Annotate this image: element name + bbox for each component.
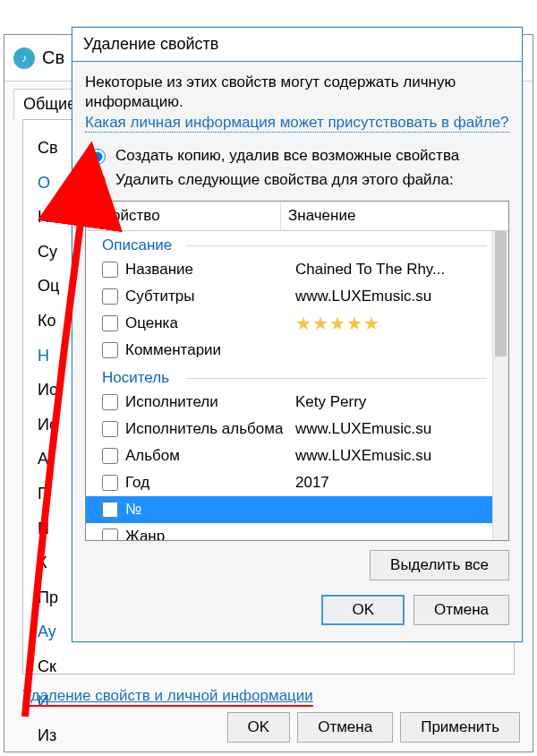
property-row[interactable]: НазваниеChained To The Rhy... bbox=[86, 256, 508, 283]
property-row[interactable]: Субтитрыwww.LUXEmusic.su bbox=[86, 283, 508, 310]
property-value: Kety Perry bbox=[295, 393, 501, 411]
property-row[interactable]: Жанр bbox=[86, 523, 508, 540]
property-name: Исполнители bbox=[125, 393, 295, 411]
property-value: www.LUXEmusic.su bbox=[295, 288, 501, 305]
property-name: Комментарии bbox=[125, 341, 295, 359]
list-scroll-area[interactable]: ОписаниеНазваниеChained To The Rhy...Суб… bbox=[86, 231, 508, 540]
property-checkbox[interactable] bbox=[102, 342, 118, 358]
property-row[interactable]: Год2017 bbox=[86, 469, 508, 496]
property-row[interactable]: Альбомwww.LUXEmusic.su bbox=[86, 442, 508, 469]
back-ok-button[interactable]: OK bbox=[227, 712, 291, 743]
property-value: Chained To The Rhy... bbox=[295, 261, 501, 279]
property-checkbox[interactable] bbox=[102, 448, 118, 464]
radio-remove-props-label[interactable]: Удалить следующие свойства для этого фай… bbox=[115, 171, 454, 189]
info-link[interactable]: Какая личная информация может присутство… bbox=[85, 114, 509, 133]
property-value: www.LUXEmusic.su bbox=[295, 420, 501, 438]
music-file-icon: ♪ bbox=[13, 47, 35, 69]
remove-properties-dialog: Удаление свойств Некоторые из этих свойс… bbox=[72, 27, 523, 642]
select-all-button[interactable]: Выделить все bbox=[370, 550, 509, 580]
property-checkbox[interactable] bbox=[102, 421, 118, 437]
property-row[interactable]: № bbox=[86, 496, 508, 523]
intro-text: Некоторые из этих свойств могут содержат… bbox=[85, 73, 509, 112]
property-name: № bbox=[125, 501, 295, 519]
property-name: Альбом bbox=[125, 447, 295, 465]
property-checkbox[interactable] bbox=[102, 528, 118, 540]
property-value: 2017 bbox=[295, 474, 501, 492]
front-button-row: OK Отмена bbox=[85, 595, 509, 625]
property-row[interactable]: Исполнитель альбомаwww.LUXEmusic.su bbox=[86, 416, 508, 442]
property-name: Название bbox=[125, 261, 295, 279]
remove-properties-link[interactable]: Удаление свойств и личной информации bbox=[22, 687, 313, 704]
scrollbar[interactable] bbox=[492, 231, 508, 540]
property-name: Оценка bbox=[125, 314, 295, 332]
property-checkbox[interactable] bbox=[102, 288, 118, 305]
list-header: Свойство Значение bbox=[86, 202, 508, 231]
back-apply-button[interactable]: Применить bbox=[400, 712, 520, 743]
back-title-text: Св bbox=[42, 47, 64, 68]
front-ok-button[interactable]: OK bbox=[321, 595, 405, 625]
radio-remove-props-row[interactable]: Удалить следующие свойства для этого фай… bbox=[85, 168, 509, 192]
property-name: Жанр bbox=[125, 528, 295, 540]
property-value: www.LUXEmusic.su bbox=[295, 447, 501, 465]
property-checkbox[interactable] bbox=[102, 394, 118, 410]
property-name: Исполнитель альбома bbox=[125, 420, 295, 438]
rating-stars: ★★★★★ bbox=[295, 313, 501, 334]
back-button-row: OK Отмена Применить bbox=[227, 712, 520, 743]
property-name: Год bbox=[125, 474, 295, 492]
select-all-wrap: Выделить все bbox=[85, 550, 509, 580]
header-property[interactable]: Свойство bbox=[86, 202, 281, 230]
front-title: Удаление свойств bbox=[72, 28, 522, 62]
group-label: Описание bbox=[86, 231, 508, 256]
properties-listbox: Свойство Значение ОписаниеНазваниеChaine… bbox=[85, 201, 509, 541]
property-row[interactable]: ИсполнителиKety Perry bbox=[86, 389, 508, 416]
front-cancel-button[interactable]: Отмена bbox=[413, 595, 509, 625]
radio-create-copy[interactable] bbox=[90, 149, 106, 165]
property-row[interactable]: Комментарии bbox=[86, 337, 508, 364]
remove-properties-link-wrap: Удаление свойств и личной информации bbox=[22, 687, 515, 707]
property-name: Субтитры bbox=[125, 288, 295, 305]
radio-remove-props[interactable] bbox=[90, 173, 106, 189]
property-checkbox[interactable] bbox=[102, 502, 118, 518]
property-checkbox[interactable] bbox=[102, 262, 118, 278]
header-value[interactable]: Значение bbox=[281, 202, 508, 230]
group-label: Носитель bbox=[86, 364, 508, 389]
radio-create-copy-label[interactable]: Создать копию, удалив все возможные свой… bbox=[115, 147, 459, 165]
back-list-item: Ск bbox=[38, 649, 499, 684]
property-checkbox[interactable] bbox=[102, 475, 118, 491]
radio-create-copy-row[interactable]: Создать копию, удалив все возможные свой… bbox=[85, 143, 509, 168]
scrollbar-thumb[interactable] bbox=[495, 231, 507, 357]
property-checkbox[interactable] bbox=[102, 315, 118, 331]
back-cancel-button[interactable]: Отмена bbox=[297, 712, 393, 743]
property-row[interactable]: Оценка★★★★★ bbox=[86, 310, 508, 337]
